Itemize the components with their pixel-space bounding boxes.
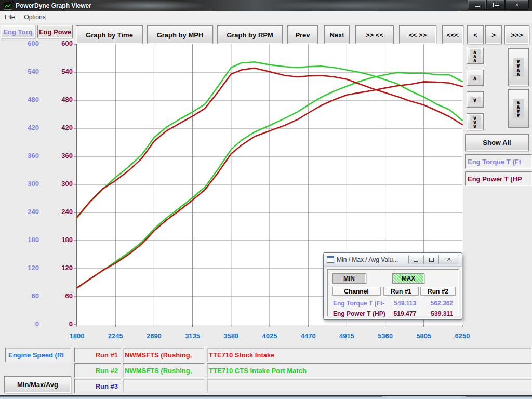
dialog-run1-max-value: 549.113 [384, 300, 416, 307]
chevrons-outward-icon: ∧ ∧ ∨ ∨ [513, 99, 524, 118]
run-description-1: TTE710 Stock Intake [207, 348, 532, 362]
minimize-button-icon[interactable] [468, 0, 486, 10]
column-header-run1[interactable]: Run #1 [383, 287, 419, 296]
min-toggle-button[interactable]: MIN [332, 273, 366, 284]
column-header-run2[interactable]: Run #2 [420, 287, 456, 296]
y-axis-tick-label: 540 [0, 68, 73, 75]
dialog-restore-icon[interactable] [424, 255, 439, 264]
scroll-right-button[interactable]: > [485, 25, 502, 44]
x-axis-tick-label: 5805 [408, 332, 440, 340]
dialog-run2-max-value: 562.362 [421, 300, 453, 307]
x-axis-tick-label: 5360 [370, 332, 401, 340]
chevron-triple-down-icon: ∨ ∨ ∨ [470, 115, 481, 129]
run-file-2: NWMSFTS (Rushing, [123, 363, 204, 378]
run-label-1: Run #1 [74, 348, 121, 362]
show-all-button[interactable]: Show All [465, 134, 529, 151]
minmax-dialog-body: MIN MAX Channel Run #1 Run #2 Eng Torque… [327, 269, 459, 316]
dialog-minimize-icon[interactable] [409, 255, 424, 264]
dialog-window-icon [327, 256, 334, 263]
minmaxavg-button[interactable]: Min/Max/Avg [4, 376, 71, 393]
close-button-icon[interactable]: × [505, 0, 529, 10]
taskbar-edge [0, 395, 532, 399]
menu-options[interactable]: Options [19, 12, 50, 22]
zoom-out-x-button[interactable]: << >> [399, 25, 436, 44]
y-scroll-down-button[interactable]: ∨ [467, 91, 484, 108]
run-file-1: NWMSFTS (Rushing, [123, 348, 204, 362]
y-axis-tick-label: 240 [0, 208, 73, 216]
x-axis-tick-label: 4915 [331, 332, 362, 340]
chevrons-inward-icon: ∨ ∨ ∧ ∧ [513, 58, 524, 77]
menu-file[interactable]: File [0, 12, 19, 22]
y-scroll-up-fast-button[interactable]: ∧ ∧ ∧ [467, 48, 484, 64]
max-toggle-button[interactable]: MAX [392, 273, 424, 284]
zoom-in-x-button[interactable]: >> << [355, 25, 394, 44]
dialog-channel-name: Eng Torque T (Ft- [333, 300, 384, 307]
y-axis-tick-label: 120 [0, 264, 73, 272]
x-axis-tick-label: 1800 [61, 332, 92, 340]
x-axis-tick-label: 4470 [292, 332, 324, 340]
powerdyne-window: PowerDyne Graph Viewer × File Options En… [0, 0, 532, 399]
dialog-run1-max-value: 519.477 [384, 310, 416, 317]
y-axis-tick-label: 300 [0, 180, 73, 188]
x-axis-tick-label: 2245 [100, 332, 131, 340]
y-zoom-in-button[interactable]: ∨ ∨ ∧ ∧ [508, 48, 529, 86]
scroll-first-button[interactable]: <<< [442, 25, 463, 44]
x-axis-tick-label: 6250 [447, 332, 478, 340]
graph-by-rpm-button[interactable]: Graph by RPM [217, 25, 283, 44]
next-button[interactable]: Next [324, 25, 350, 44]
x-axis-tick-label: 3135 [177, 332, 208, 340]
channel-button-eng-power[interactable]: Eng Powe [37, 25, 73, 38]
x-axis-tick-label: 3580 [216, 332, 247, 340]
x-axis-tick-label: 2690 [138, 332, 169, 340]
dialog-channel-name: Eng Power T (HP) [333, 310, 385, 317]
y-scroll-down-fast-button[interactable]: ∨ ∨ ∨ [467, 113, 484, 130]
x-axis-tick-label: 4025 [254, 332, 285, 340]
scroll-left-button[interactable]: < [467, 25, 484, 44]
scroll-last-button[interactable]: >>> [504, 25, 529, 44]
minmax-dialog-title: Min / Max / Avg Valu... [337, 256, 398, 263]
graph-by-time-button[interactable]: Graph by Time [76, 25, 143, 44]
window-title: PowerDyne Graph Viewer [16, 2, 91, 9]
graph-by-mph-button[interactable]: Graph by MPH [147, 25, 213, 44]
y-zoom-out-button[interactable]: ∧ ∧ ∨ ∨ [508, 89, 529, 128]
y-axis-tick-label: 360 [0, 152, 73, 159]
chevron-down-icon: ∨ [470, 97, 481, 103]
channel-button-eng-torque[interactable]: Eng Torq [1, 25, 35, 38]
torque-channel-label: Eng Torque T (Ft [465, 154, 532, 169]
chevron-up-icon: ∧ [470, 75, 481, 81]
y-axis-tick-label: 180 [0, 236, 73, 244]
x-axis-channel-box: Engine Speed (RI [5, 348, 71, 362]
column-header-channel[interactable]: Channel [332, 287, 381, 296]
run-label-3: Run #3 [74, 379, 121, 393]
title-bar[interactable]: PowerDyne Graph Viewer × [0, 0, 532, 11]
run-label-2: Run #2 [74, 363, 121, 378]
dialog-close-icon[interactable]: ✕ [439, 255, 459, 264]
app-icon [4, 2, 12, 10]
run-file-3 [123, 379, 204, 393]
y-axis-tick-label: 420 [0, 124, 73, 131]
chevron-triple-up-icon: ∧ ∧ ∧ [470, 49, 481, 63]
y-scroll-up-button[interactable]: ∧ [467, 70, 484, 86]
taskbar-button-edge [382, 396, 466, 399]
minmax-dialog-titlebar[interactable]: Min / Max / Avg Valu... ✕ [324, 253, 462, 267]
x-axis-channel-label: Engine Speed (RI [8, 351, 64, 359]
y-axis-tick-label: 480 [0, 96, 73, 103]
prev-button[interactable]: Prev [287, 25, 318, 44]
menu-bar: File Options [0, 11, 532, 23]
y-axis-tick-label: 60 [0, 292, 73, 300]
run-description-2: TTE710 CTS Intake Port Match [207, 363, 532, 378]
power-channel-label: Eng Power T (HP [465, 171, 532, 186]
restore-button-icon[interactable] [486, 0, 505, 10]
run-description-3 [207, 379, 532, 393]
y-axis-tick-label: 600 [0, 39, 73, 47]
y-axis-tick-label: 0 [0, 320, 73, 328]
minmax-dialog: Min / Max / Avg Valu... ✕ MIN MAX Channe… [323, 252, 462, 320]
dialog-run2-max-value: 539.311 [421, 310, 453, 317]
